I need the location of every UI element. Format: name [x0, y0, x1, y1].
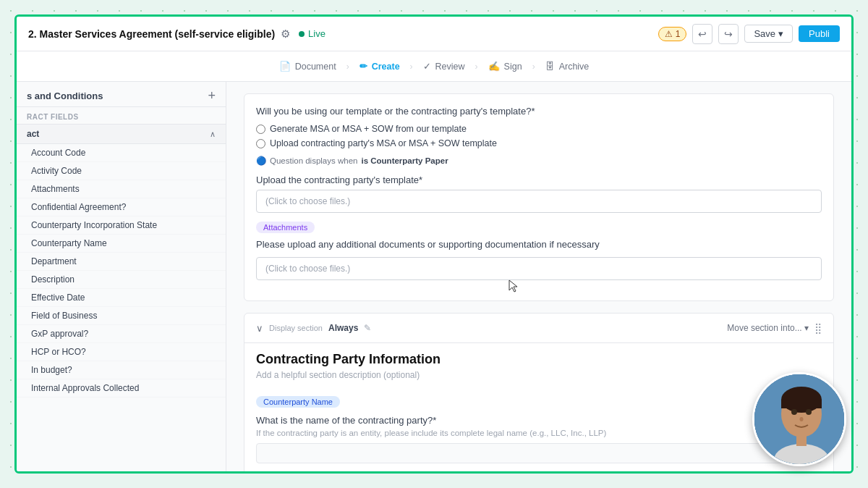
video-overlay: [752, 372, 846, 466]
sidebar-title: s and Conditions: [27, 91, 103, 101]
step-archive[interactable]: 🗄 Archive: [537, 61, 598, 72]
save-button[interactable]: Save ▾: [744, 25, 793, 43]
sidebar-add-button[interactable]: +: [208, 89, 216, 102]
alert-badge: ⚠ 1: [658, 27, 687, 41]
sidebar-item-description[interactable]: Description: [17, 271, 226, 289]
sidebar-item-account-code[interactable]: Account Code: [17, 144, 226, 162]
radio-label-1: Generate MSA or MSA + SOW from our templ…: [270, 124, 467, 134]
sidebar-item-field-of-business[interactable]: Field of Business: [17, 307, 226, 325]
page-title: 2. Master Services Agreement (self-servi…: [28, 28, 275, 40]
alert-count: 1: [676, 29, 681, 39]
main-window: 2. Master Services Agreement (self-servi…: [14, 14, 854, 474]
additional-docs-text: Please upload any additional documents o…: [256, 239, 822, 250]
edit-icon[interactable]: ✎: [364, 323, 371, 333]
video-face: [754, 374, 844, 464]
condition-icon: 🔵: [256, 156, 266, 166]
move-section-label: Move section into...: [727, 323, 801, 333]
header-actions: ⚠ 1 ↩ ↪ Save ▾ Publi: [658, 24, 840, 44]
redo-button[interactable]: ↪: [718, 24, 739, 44]
step-sign-label: Sign: [504, 62, 522, 72]
step-create[interactable]: ✏ Create: [351, 61, 409, 72]
step-navigation: 📄 Document › ✏ Create › ✓ Review › ✍ Sig…: [17, 51, 851, 82]
contracting-party-section: ∨ Display section Always ✎ Move section …: [244, 313, 834, 471]
undo-button[interactable]: ↩: [692, 24, 712, 44]
sidebar-section-label: RACT FIELDS: [17, 107, 226, 124]
condition-bold: is Counterparty Paper: [361, 156, 448, 165]
step-sign[interactable]: ✍ Sign: [480, 61, 531, 72]
upload-file-box[interactable]: (Click to choose files.): [256, 190, 822, 213]
sidebar-group-title: act: [27, 129, 39, 139]
cp-hint: If the contracting party is an entity, p…: [256, 429, 822, 437]
cp-section-body: Counterparty Name What is the name of th…: [244, 387, 833, 471]
step-chevron-2: ›: [410, 62, 413, 72]
sign-step-icon: ✍: [488, 61, 500, 72]
document-step-icon: 📄: [279, 61, 291, 72]
attachments-chip-label: Attachments: [263, 223, 307, 232]
cp-chip-label: Counterparty Name: [263, 397, 333, 406]
question-text: Will you be using our template or the co…: [256, 106, 822, 117]
step-chevron-1: ›: [346, 62, 349, 72]
step-document-label: Document: [295, 62, 336, 72]
cp-section-right: Move section into... ▾ ⣿: [727, 322, 822, 334]
radio-group: Generate MSA or MSA + SOW from our templ…: [256, 124, 822, 148]
svg-point-4: [791, 409, 797, 415]
review-step-icon: ✓: [423, 61, 431, 72]
cp-section-title: Contracting Party Information: [244, 343, 833, 370]
step-create-label: Create: [372, 62, 400, 72]
sidebar-item-budget[interactable]: In budget?: [17, 361, 226, 379]
svg-point-6: [800, 417, 804, 421]
step-document[interactable]: 📄 Document: [271, 61, 345, 72]
cp-section-optional: Add a helpful section description (optio…: [244, 370, 833, 387]
additional-file-box[interactable]: (Click to choose files.): [256, 257, 822, 280]
sidebar-item-hcp[interactable]: HCP or HCO?: [17, 343, 226, 361]
counterparty-name-chip: Counterparty Name: [256, 396, 340, 408]
move-chevron: ▾: [804, 323, 809, 333]
upload-placeholder: (Click to choose files.): [265, 196, 350, 206]
sidebar-item-effective-date[interactable]: Effective Date: [17, 289, 226, 307]
radio-input-2[interactable]: [256, 139, 265, 148]
template-choice-section: Will you be using our template or the co…: [244, 93, 834, 301]
sidebar-item-department[interactable]: Department: [17, 253, 226, 271]
radio-item-1[interactable]: Generate MSA or MSA + SOW from our templ…: [256, 124, 822, 134]
sidebar-item-incorporation[interactable]: Counterparty Incorporation State: [17, 216, 226, 235]
step-review-label: Review: [435, 62, 465, 72]
main-area: s and Conditions + RACT FIELDS act ∧ Acc…: [17, 82, 851, 471]
save-label: Save: [754, 28, 775, 39]
radio-item-2[interactable]: Upload contracting party's MSA or MSA + …: [256, 138, 822, 148]
display-section-label: Display section: [269, 324, 323, 332]
sidebar: s and Conditions + RACT FIELDS act ∧ Acc…: [17, 82, 226, 471]
condition-text: Question displays when: [270, 156, 357, 165]
sidebar-group-chevron: ∧: [210, 130, 216, 139]
radio-input-1[interactable]: [256, 125, 265, 134]
additional-placeholder: (Click to choose files.): [265, 264, 350, 274]
sidebar-item-activity-code[interactable]: Activity Code: [17, 162, 226, 180]
collapse-button[interactable]: ∨: [256, 323, 263, 334]
condition-note: 🔵 Question displays when is Counterparty…: [256, 156, 822, 166]
svg-rect-8: [796, 434, 807, 446]
gear-icon[interactable]: ⚙: [281, 28, 290, 41]
sidebar-item-approvals[interactable]: Internal Approvals Collected: [17, 379, 226, 397]
radio-label-2: Upload contracting party's MSA or MSA + …: [270, 138, 497, 148]
sidebar-item-attachments[interactable]: Attachments: [17, 180, 226, 198]
cp-section-left: ∨ Display section Always ✎: [256, 323, 371, 334]
sidebar-header: s and Conditions +: [17, 82, 226, 107]
move-section-button[interactable]: Move section into... ▾: [727, 323, 809, 333]
sidebar-group-header[interactable]: act ∧: [17, 124, 226, 144]
create-step-icon: ✏: [359, 61, 367, 72]
header: 2. Master Services Agreement (self-servi…: [17, 17, 851, 51]
archive-step-icon: 🗄: [545, 61, 555, 72]
publish-button[interactable]: Publi: [799, 25, 840, 42]
sidebar-item-gxp[interactable]: GxP approval?: [17, 325, 226, 343]
attachments-chip: Attachments: [256, 222, 315, 233]
sidebar-item-confidential[interactable]: Confidential Agreement?: [17, 198, 226, 216]
svg-rect-3: [781, 400, 822, 408]
step-review[interactable]: ✓ Review: [414, 61, 474, 72]
step-archive-label: Archive: [559, 62, 590, 72]
sidebar-item-counterparty-name[interactable]: Counterparty Name: [17, 235, 226, 253]
live-dot: [299, 31, 305, 37]
live-label: Live: [308, 28, 326, 39]
cp-input-box: [256, 443, 822, 463]
upload-label: Upload the contracting party's template*: [256, 174, 822, 185]
cp-question: What is the name of the contracting part…: [256, 415, 822, 426]
alert-icon: ⚠: [665, 29, 673, 39]
